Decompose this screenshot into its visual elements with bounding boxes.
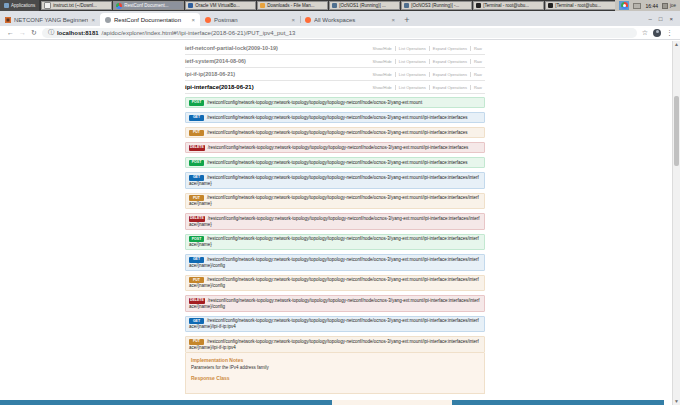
new-tab-button[interactable]: + [400, 15, 414, 25]
show-hide-link[interactable]: Show/Hide [369, 46, 394, 51]
taskbar-window-button[interactable]: [OcNOS3 (Running)] -... [401, 1, 472, 10]
show-hide-link[interactable]: Show/Hide [369, 72, 394, 77]
operation-row[interactable]: GET/restconf/config/network-topology:net… [185, 172, 485, 189]
taskbar-window-button[interactable]: Downloads - File Man... [257, 1, 328, 10]
close-tab-icon[interactable]: × [291, 17, 295, 23]
close-tab-icon[interactable]: × [91, 17, 95, 23]
operation-path: /restconf/config/network-topology:networ… [189, 236, 479, 247]
scroll-down-arrow-icon[interactable]: ▼ [673, 398, 680, 405]
taskbar-window-button[interactable]: Oracle VM VirtualBo... [185, 1, 256, 10]
module-name[interactable]: ipi-if-ip(2018-06-21) [185, 71, 235, 77]
method-badge: POST [189, 160, 204, 166]
page-footer-bar [0, 400, 664, 405]
operation-path: /restconf/config/network-topology:networ… [189, 318, 479, 329]
method-badge: PUT [189, 130, 204, 136]
expand-operations-link[interactable]: Expand Operations [429, 72, 470, 77]
module-name[interactable]: ipi-interface(2018-06-21) [185, 84, 254, 90]
operation-row[interactable]: PUT/restconf/config/network-topology:net… [185, 193, 485, 210]
tab-postman[interactable]: Postman× [200, 13, 300, 26]
chrome-icon [621, 2, 628, 9]
operation-path: /restconf/config/network-topology:networ… [189, 175, 479, 186]
chrome-launcher-button[interactable] [619, 1, 629, 10]
operation-row[interactable]: DELETE/restconf/config/network-topology:… [185, 213, 485, 230]
operation-row[interactable]: PUT/restconf/config/network-topology:net… [185, 336, 485, 353]
operation-row[interactable]: POST/restconf/config/network-topology:ne… [185, 157, 485, 168]
operation-row[interactable]: POST/restconf/config/network-topology:ne… [185, 234, 485, 251]
operation-row[interactable]: PUT/restconf/config/network-topology:net… [185, 127, 485, 138]
taskbar-window-button[interactable]: [OcNOS1 (Running)] ... [329, 1, 400, 10]
module-name[interactable]: ietf-system(2014-08-06) [185, 58, 246, 64]
desktop-taskbar: Applications instruct.txt (~/Downl...Res… [0, 0, 680, 11]
tab-restconf-documentation[interactable]: RestConf Documentation× [100, 13, 200, 26]
operation-path: /restconf/config/network-topology:networ… [189, 216, 479, 227]
maximize-button[interactable]: □ [659, 16, 663, 22]
operation-row[interactable]: POST/restconf/config/network-topology:ne… [185, 97, 485, 108]
list-operations-link[interactable]: List Operations [395, 46, 429, 51]
method-badge: GET [189, 115, 204, 121]
close-tab-icon[interactable]: × [391, 17, 395, 23]
operation-row[interactable]: PUT/restconf/config/network-topology:net… [185, 275, 485, 292]
operation-row[interactable]: GET/restconf/config/network-topology:net… [185, 254, 485, 271]
operations-list: POST/restconf/config/network-topology:ne… [185, 97, 485, 394]
forward-icon[interactable]: → [19, 29, 26, 36]
module-links: Show/HideList OperationsExpand Operation… [369, 46, 485, 51]
module-row: ipi-interface(2018-06-21)Show/HideList O… [185, 81, 485, 94]
reload-icon[interactable]: ↻ [31, 29, 37, 36]
minimize-button[interactable]: – [649, 16, 652, 22]
bookmark-star-icon[interactable]: ☆ [642, 29, 648, 36]
scroll-up-arrow-icon[interactable]: ▲ [673, 41, 680, 48]
expand-operations-link[interactable]: Expand Operations [429, 46, 470, 51]
chrome-icon [116, 3, 122, 9]
list-operations-link[interactable]: List Operations [395, 85, 429, 90]
taskbar-window-button[interactable]: RestConf Document... [113, 1, 184, 10]
expand-operations-link[interactable]: Expand Operations [429, 85, 470, 90]
menu-dots-icon[interactable]: ⋮ [666, 29, 673, 36]
operation-row[interactable]: DELETE/restconf/config/network-topology:… [185, 142, 485, 153]
raw-link[interactable]: Raw [470, 85, 485, 90]
module-row: ipi-if-ip(2018-06-21)Show/HideList Opera… [185, 68, 485, 81]
operation-path: /restconf/config/network-topology:networ… [189, 257, 479, 268]
operation-path: /restconf/config/network-topology:networ… [207, 130, 467, 135]
method-badge: DELETE [189, 145, 205, 151]
operation-path: /restconf/config/network-topology:networ… [207, 160, 467, 165]
list-operations-link[interactable]: List Operations [395, 72, 429, 77]
operation-row[interactable]: DELETE/restconf/config/network-topology:… [185, 295, 485, 312]
window-controls: – □ × [642, 11, 680, 26]
operation-row[interactable]: GET/restconf/config/network-topology:net… [185, 316, 485, 333]
tab-all-workspaces[interactable]: All Workspaces× [300, 13, 400, 26]
back-icon[interactable]: ← [7, 29, 14, 36]
clock: 16:44 [645, 3, 658, 9]
list-operations-link[interactable]: List Operations [395, 59, 429, 64]
raw-link[interactable]: Raw [470, 59, 485, 64]
vertical-scrollbar[interactable]: ▲ ▼ [672, 41, 680, 405]
taskbar-window-list: instruct.txt (~/Downl...RestConf Documen… [39, 0, 615, 11]
taskbar-window-button[interactable]: [Terminal - root@ubu... [545, 1, 615, 10]
taskbar-window-button[interactable]: [Terminal - root@ubu... [473, 1, 544, 10]
terminal-icon [476, 3, 481, 8]
operation-row[interactable]: GET/restconf/config/network-topology:net… [185, 112, 485, 123]
page-info-icon[interactable]: ⓘ [48, 28, 54, 37]
show-hide-link[interactable]: Show/Hide [369, 59, 394, 64]
tab-title: Postman [214, 17, 288, 23]
apidoc-page: ietf-netconf-partial-lock(2009-10-19)Sho… [0, 41, 672, 405]
show-hide-link[interactable]: Show/Hide [369, 85, 394, 90]
operation-path: /restconf/config/network-topology:networ… [189, 298, 479, 309]
expand-operations-link[interactable]: Expand Operations [429, 59, 470, 64]
show-desktop-icon[interactable] [633, 3, 641, 9]
operation-path: /restconf/config/network-topology:networ… [208, 145, 468, 150]
profile-avatar[interactable] [653, 29, 661, 37]
method-badge: POST [189, 100, 204, 106]
raw-link[interactable]: Raw [470, 46, 485, 51]
module-name[interactable]: ietf-netconf-partial-lock(2009-10-19) [185, 45, 278, 51]
close-button[interactable]: × [669, 16, 673, 22]
close-tab-icon[interactable]: × [191, 17, 195, 23]
applications-menu[interactable]: Applications [0, 0, 39, 11]
taskbar-window-button[interactable]: instruct.txt (~/Downl... [41, 1, 112, 10]
tab-netconf-yang-beginners[interactable]: NETCONF YANG Beginners× [0, 13, 100, 26]
scrollbar-thumb[interactable] [674, 96, 679, 166]
tab-title: RestConf Documentation [114, 17, 188, 23]
tab-strip: NETCONF YANG Beginners×RestConf Document… [0, 13, 400, 26]
applications-label: Applications [11, 3, 35, 8]
address-bar[interactable]: ⓘ localhost:8181/apidoc/explorer/index.h… [42, 28, 637, 38]
raw-link[interactable]: Raw [470, 72, 485, 77]
